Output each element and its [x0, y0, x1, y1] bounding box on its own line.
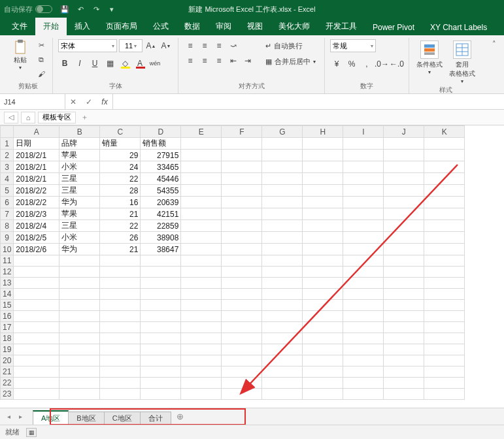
cell-I2[interactable]	[343, 150, 384, 161]
cell-D14[interactable]	[141, 289, 181, 300]
cell-E16[interactable]	[181, 311, 222, 322]
cell-I18[interactable]	[343, 333, 384, 344]
cell-G8[interactable]	[262, 220, 303, 232]
paste-button[interactable]: 粘贴 ▾	[9, 39, 31, 71]
cell-J23[interactable]	[384, 389, 424, 400]
collapse-ribbon-icon[interactable]: ˄	[488, 38, 500, 50]
inc-decimal-icon[interactable]: .0→	[375, 57, 388, 71]
cell-K19[interactable]	[424, 344, 465, 355]
row-23[interactable]: 23	[1, 389, 14, 400]
phonetic-button[interactable]: wén	[148, 57, 161, 70]
align-bottom-icon[interactable]: ≡	[212, 39, 226, 52]
cell-C5[interactable]: 28	[100, 185, 141, 197]
cell-F21[interactable]	[222, 366, 262, 378]
cell-I16[interactable]	[343, 311, 384, 322]
cell-F12[interactable]	[222, 267, 262, 278]
cell-D4[interactable]: 45446	[141, 173, 181, 185]
cell-K8[interactable]	[424, 220, 465, 232]
qat-more-icon[interactable]: ▾	[107, 5, 116, 14]
cell-J9[interactable]	[384, 232, 424, 244]
cell-J14[interactable]	[384, 289, 424, 300]
cell-G1[interactable]	[262, 138, 303, 150]
cell-E24[interactable]	[181, 400, 222, 400]
cell-H18[interactable]	[303, 333, 343, 344]
cell-I21[interactable]	[343, 366, 384, 378]
dec-decimal-icon[interactable]: ←.0	[390, 57, 403, 71]
row-6[interactable]: 6	[1, 197, 14, 208]
tab-美化大师[interactable]: 美化大师	[271, 18, 318, 35]
row-10[interactable]: 10	[1, 244, 14, 255]
cell-K16[interactable]	[424, 311, 465, 322]
cell-H12[interactable]	[303, 267, 343, 278]
cell-C12[interactable]	[100, 267, 141, 278]
cell-F15[interactable]	[222, 300, 262, 311]
cell-F16[interactable]	[222, 311, 262, 322]
cell-H7[interactable]	[303, 208, 343, 220]
cell-A14[interactable]	[14, 289, 59, 300]
col-I[interactable]: I	[343, 126, 384, 138]
cell-E6[interactable]	[181, 197, 222, 208]
cell-G17[interactable]	[262, 322, 303, 333]
cell-E9[interactable]	[181, 232, 222, 244]
cell-A3[interactable]: 2018/2/1	[14, 161, 59, 173]
align-right-icon[interactable]: ≡	[212, 54, 226, 67]
cell-D8[interactable]: 22859	[141, 220, 181, 232]
cell-F22[interactable]	[222, 378, 262, 389]
cell-D3[interactable]: 33465	[141, 161, 181, 173]
font-size-select[interactable]: 11▾	[119, 39, 143, 52]
cell-B6[interactable]: 华为	[59, 197, 100, 208]
enter-formula-icon[interactable]: ✓	[81, 97, 97, 106]
cell-E7[interactable]	[181, 208, 222, 220]
cell-K4[interactable]	[424, 173, 465, 185]
cell-A23[interactable]	[14, 389, 59, 400]
cell-F6[interactable]	[222, 197, 262, 208]
cell-C19[interactable]	[100, 344, 141, 355]
cell-A22[interactable]	[14, 378, 59, 389]
cell-E19[interactable]	[181, 344, 222, 355]
cell-E3[interactable]	[181, 161, 222, 173]
cell-K9[interactable]	[424, 232, 465, 244]
tab-审阅[interactable]: 审阅	[208, 18, 239, 35]
cell-H19[interactable]	[303, 344, 343, 355]
cell-E21[interactable]	[181, 366, 222, 378]
cell-D1[interactable]: 销售额	[141, 138, 181, 150]
cell-B7[interactable]: 苹果	[59, 208, 100, 220]
cell-F19[interactable]	[222, 344, 262, 355]
col-K[interactable]: K	[424, 126, 465, 138]
cell-E10[interactable]	[181, 244, 222, 255]
percent-icon[interactable]: %	[345, 57, 358, 71]
underline-button[interactable]: U	[88, 57, 101, 70]
cell-E2[interactable]	[181, 150, 222, 161]
col-D[interactable]: D	[141, 126, 181, 138]
cell-H23[interactable]	[303, 389, 343, 400]
cell-I13[interactable]	[343, 278, 384, 289]
name-box[interactable]: J14	[0, 94, 65, 109]
cell-H20[interactable]	[303, 355, 343, 366]
cut-icon[interactable]: ✂	[35, 39, 47, 51]
cell-B21[interactable]	[59, 366, 100, 378]
cell-C14[interactable]	[100, 289, 141, 300]
cell-E14[interactable]	[181, 289, 222, 300]
sheet-tab-A地区[interactable]: A地区	[33, 410, 69, 425]
cell-J15[interactable]	[384, 300, 424, 311]
cell-D16[interactable]	[141, 311, 181, 322]
cell-D13[interactable]	[141, 278, 181, 289]
cell-E1[interactable]	[181, 138, 222, 150]
cell-I12[interactable]	[343, 267, 384, 278]
tab-文件[interactable]: 文件	[4, 18, 35, 35]
cell-K11[interactable]	[424, 255, 465, 267]
table-format-button[interactable]: 套用 表格格式▾	[447, 39, 477, 84]
cell-J17[interactable]	[384, 322, 424, 333]
cell-J2[interactable]	[384, 150, 424, 161]
row-16[interactable]: 16	[1, 311, 14, 322]
cell-C24[interactable]	[100, 400, 141, 400]
row-13[interactable]: 13	[1, 278, 14, 289]
cell-B1[interactable]: 品牌	[59, 138, 100, 150]
cell-A17[interactable]	[14, 322, 59, 333]
cell-F11[interactable]	[222, 255, 262, 267]
cell-A8[interactable]: 2018/2/4	[14, 220, 59, 232]
cell-F1[interactable]	[222, 138, 262, 150]
cell-G22[interactable]	[262, 378, 303, 389]
cell-G11[interactable]	[262, 255, 303, 267]
row-11[interactable]: 11	[1, 255, 14, 267]
